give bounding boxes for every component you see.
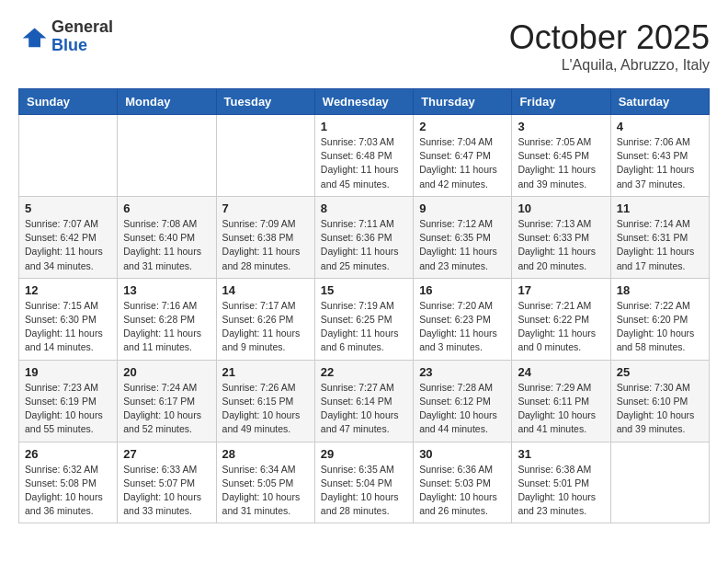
calendar-cell: 18Sunrise: 7:22 AM Sunset: 6:20 PM Dayli… <box>610 278 709 360</box>
calendar-cell: 22Sunrise: 7:27 AM Sunset: 6:14 PM Dayli… <box>314 360 413 442</box>
day-info: Sunrise: 7:29 AM Sunset: 6:11 PM Dayligh… <box>518 381 604 437</box>
day-info: Sunrise: 7:12 AM Sunset: 6:35 PM Dayligh… <box>419 217 506 273</box>
day-info: Sunrise: 7:06 AM Sunset: 6:43 PM Dayligh… <box>617 135 703 191</box>
calendar-cell: 4Sunrise: 7:06 AM Sunset: 6:43 PM Daylig… <box>610 115 709 197</box>
day-number: 3 <box>518 120 604 133</box>
day-number: 21 <box>222 365 309 379</box>
month-title: October 2025 <box>509 18 710 57</box>
day-info: Sunrise: 7:17 AM Sunset: 6:26 PM Dayligh… <box>222 299 309 355</box>
day-number: 20 <box>123 365 210 379</box>
day-number: 24 <box>518 365 604 379</box>
day-info: Sunrise: 6:38 AM Sunset: 5:01 PM Dayligh… <box>518 463 604 519</box>
day-info: Sunrise: 7:30 AM Sunset: 6:10 PM Dayligh… <box>617 381 703 437</box>
day-info: Sunrise: 6:34 AM Sunset: 5:05 PM Dayligh… <box>222 463 309 519</box>
calendar-cell: 28Sunrise: 6:34 AM Sunset: 5:05 PM Dayli… <box>216 442 314 523</box>
calendar-cell: 7Sunrise: 7:09 AM Sunset: 6:38 PM Daylig… <box>216 196 314 278</box>
weekday-header-saturday: Saturday <box>610 89 709 115</box>
day-info: Sunrise: 7:16 AM Sunset: 6:28 PM Dayligh… <box>123 299 210 355</box>
calendar-cell: 30Sunrise: 6:36 AM Sunset: 5:03 PM Dayli… <box>414 442 512 523</box>
day-number: 26 <box>25 447 111 461</box>
calendar-cell: 9Sunrise: 7:12 AM Sunset: 6:35 PM Daylig… <box>414 196 512 278</box>
calendar-week-4: 19Sunrise: 7:23 AM Sunset: 6:19 PM Dayli… <box>19 360 710 442</box>
weekday-header-row: SundayMondayTuesdayWednesdayThursdayFrid… <box>19 89 710 115</box>
day-info: Sunrise: 7:24 AM Sunset: 6:17 PM Dayligh… <box>123 381 210 437</box>
calendar-cell <box>610 442 709 523</box>
calendar-cell: 8Sunrise: 7:11 AM Sunset: 6:36 PM Daylig… <box>314 196 413 278</box>
calendar-cell <box>216 115 314 197</box>
day-number: 29 <box>321 447 407 461</box>
day-number: 28 <box>222 447 309 461</box>
calendar-cell <box>19 115 118 197</box>
day-number: 5 <box>25 201 111 215</box>
day-info: Sunrise: 6:32 AM Sunset: 5:08 PM Dayligh… <box>25 463 111 519</box>
weekday-header-thursday: Thursday <box>414 89 512 115</box>
calendar-cell: 31Sunrise: 6:38 AM Sunset: 5:01 PM Dayli… <box>512 442 610 523</box>
day-info: Sunrise: 7:19 AM Sunset: 6:25 PM Dayligh… <box>321 299 407 355</box>
day-number: 16 <box>419 283 506 297</box>
weekday-header-sunday: Sunday <box>19 89 118 115</box>
calendar-cell: 24Sunrise: 7:29 AM Sunset: 6:11 PM Dayli… <box>512 360 610 442</box>
calendar-cell: 19Sunrise: 7:23 AM Sunset: 6:19 PM Dayli… <box>19 360 118 442</box>
day-number: 17 <box>518 283 604 297</box>
day-number: 11 <box>617 201 703 215</box>
day-info: Sunrise: 7:04 AM Sunset: 6:47 PM Dayligh… <box>419 135 506 191</box>
calendar-cell: 21Sunrise: 7:26 AM Sunset: 6:15 PM Dayli… <box>216 360 314 442</box>
calendar-cell: 20Sunrise: 7:24 AM Sunset: 6:17 PM Dayli… <box>118 360 216 442</box>
day-number: 14 <box>222 283 309 297</box>
day-info: Sunrise: 7:23 AM Sunset: 6:19 PM Dayligh… <box>25 381 111 437</box>
calendar-cell: 1Sunrise: 7:03 AM Sunset: 6:48 PM Daylig… <box>314 115 413 197</box>
day-info: Sunrise: 7:14 AM Sunset: 6:31 PM Dayligh… <box>617 217 703 273</box>
day-info: Sunrise: 7:09 AM Sunset: 6:38 PM Dayligh… <box>222 217 309 273</box>
calendar-cell: 2Sunrise: 7:04 AM Sunset: 6:47 PM Daylig… <box>414 115 512 197</box>
day-info: Sunrise: 6:35 AM Sunset: 5:04 PM Dayligh… <box>321 463 407 519</box>
day-number: 22 <box>321 365 407 379</box>
calendar-cell <box>118 115 216 197</box>
day-info: Sunrise: 7:03 AM Sunset: 6:48 PM Dayligh… <box>321 135 407 191</box>
logo-text: General Blue <box>51 18 113 55</box>
logo-icon <box>18 22 48 52</box>
calendar-cell: 13Sunrise: 7:16 AM Sunset: 6:28 PM Dayli… <box>118 278 216 360</box>
logo-general-text: General <box>51 18 113 37</box>
calendar-cell: 10Sunrise: 7:13 AM Sunset: 6:33 PM Dayli… <box>512 196 610 278</box>
logo: General Blue <box>18 18 113 55</box>
day-number: 25 <box>617 365 703 379</box>
calendar-week-3: 12Sunrise: 7:15 AM Sunset: 6:30 PM Dayli… <box>19 278 710 360</box>
day-info: Sunrise: 7:21 AM Sunset: 6:22 PM Dayligh… <box>518 299 604 355</box>
day-number: 1 <box>321 120 407 133</box>
calendar-cell: 26Sunrise: 6:32 AM Sunset: 5:08 PM Dayli… <box>19 442 118 523</box>
day-number: 18 <box>617 283 703 297</box>
day-info: Sunrise: 7:22 AM Sunset: 6:20 PM Dayligh… <box>617 299 703 355</box>
day-info: Sunrise: 7:28 AM Sunset: 6:12 PM Dayligh… <box>419 381 506 437</box>
svg-marker-0 <box>23 28 47 47</box>
calendar-table: SundayMondayTuesdayWednesdayThursdayFrid… <box>18 88 710 523</box>
calendar-cell: 29Sunrise: 6:35 AM Sunset: 5:04 PM Dayli… <box>314 442 413 523</box>
day-info: Sunrise: 6:33 AM Sunset: 5:07 PM Dayligh… <box>123 463 210 519</box>
calendar-cell: 15Sunrise: 7:19 AM Sunset: 6:25 PM Dayli… <box>314 278 413 360</box>
calendar-cell: 17Sunrise: 7:21 AM Sunset: 6:22 PM Dayli… <box>512 278 610 360</box>
day-number: 27 <box>123 447 210 461</box>
calendar-cell: 16Sunrise: 7:20 AM Sunset: 6:23 PM Dayli… <box>414 278 512 360</box>
day-info: Sunrise: 7:11 AM Sunset: 6:36 PM Dayligh… <box>321 217 407 273</box>
day-number: 30 <box>419 447 506 461</box>
title-block: October 2025 L'Aquila, Abruzzo, Italy <box>509 18 710 74</box>
calendar-cell: 6Sunrise: 7:08 AM Sunset: 6:40 PM Daylig… <box>118 196 216 278</box>
day-info: Sunrise: 7:08 AM Sunset: 6:40 PM Dayligh… <box>123 217 210 273</box>
day-info: Sunrise: 7:15 AM Sunset: 6:30 PM Dayligh… <box>25 299 111 355</box>
day-number: 9 <box>419 201 506 215</box>
calendar-cell: 14Sunrise: 7:17 AM Sunset: 6:26 PM Dayli… <box>216 278 314 360</box>
day-info: Sunrise: 7:20 AM Sunset: 6:23 PM Dayligh… <box>419 299 506 355</box>
page-header: General Blue October 2025 L'Aquila, Abru… <box>18 18 710 74</box>
calendar-cell: 23Sunrise: 7:28 AM Sunset: 6:12 PM Dayli… <box>414 360 512 442</box>
day-info: Sunrise: 7:27 AM Sunset: 6:14 PM Dayligh… <box>321 381 407 437</box>
day-number: 2 <box>419 120 506 133</box>
location-title: L'Aquila, Abruzzo, Italy <box>509 57 710 74</box>
day-number: 7 <box>222 201 309 215</box>
weekday-header-friday: Friday <box>512 89 610 115</box>
day-info: Sunrise: 7:05 AM Sunset: 6:45 PM Dayligh… <box>518 135 604 191</box>
calendar-week-1: 1Sunrise: 7:03 AM Sunset: 6:48 PM Daylig… <box>19 115 710 197</box>
calendar-cell: 25Sunrise: 7:30 AM Sunset: 6:10 PM Dayli… <box>610 360 709 442</box>
day-number: 31 <box>518 447 604 461</box>
weekday-header-tuesday: Tuesday <box>216 89 314 115</box>
calendar-week-5: 26Sunrise: 6:32 AM Sunset: 5:08 PM Dayli… <box>19 442 710 523</box>
day-number: 6 <box>123 201 210 215</box>
